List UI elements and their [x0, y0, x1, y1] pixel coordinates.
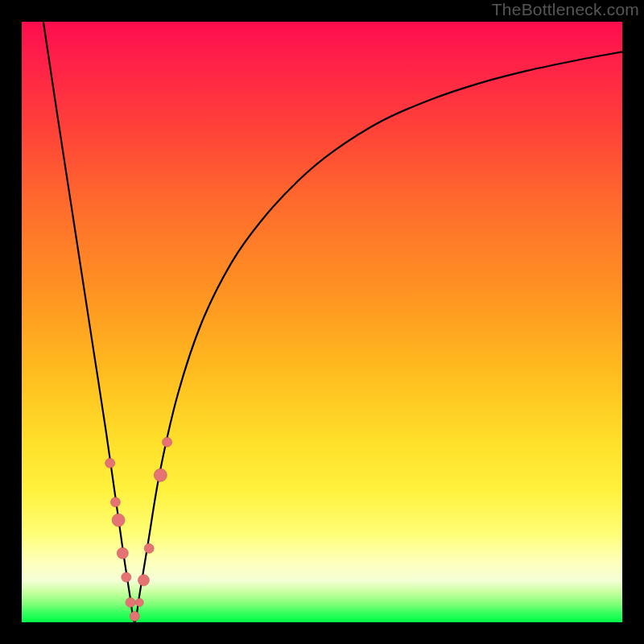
curve-path — [43, 22, 622, 622]
data-marker — [110, 497, 120, 507]
data-marker — [163, 437, 172, 447]
data-marker — [135, 598, 143, 606]
data-marker — [154, 469, 167, 481]
plot-area — [22, 22, 622, 622]
data-marker — [105, 458, 115, 468]
data-marker — [112, 514, 125, 526]
bottleneck-curve — [22, 22, 622, 622]
data-marker — [144, 543, 154, 553]
watermark-text: TheBottleneck.com — [492, 0, 639, 19]
data-marker — [130, 612, 139, 621]
data-marker — [138, 575, 149, 586]
data-marker — [122, 572, 131, 582]
chart-frame: TheBottleneck.com — [0, 0, 644, 644]
data-marker — [126, 597, 135, 607]
data-marker — [117, 547, 128, 559]
